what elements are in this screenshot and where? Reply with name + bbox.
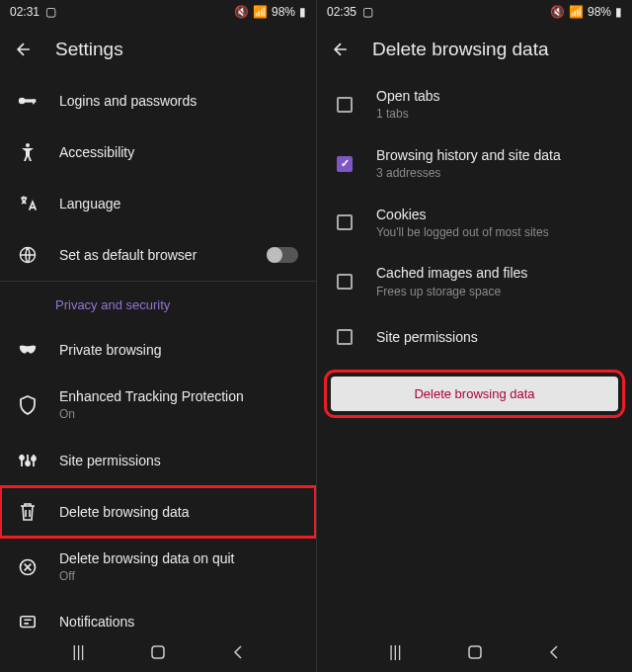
key-icon bbox=[18, 94, 38, 108]
svg-point-0 bbox=[19, 98, 26, 105]
svg-point-7 bbox=[32, 457, 36, 461]
svg-rect-9 bbox=[21, 616, 35, 627]
item-label: Accessibility bbox=[59, 143, 298, 161]
wifi-icon: 📶 bbox=[253, 5, 268, 19]
item-site-permissions[interactable]: Site permissions bbox=[0, 435, 316, 486]
item-label: Delete browsing data bbox=[59, 503, 298, 521]
svg-rect-2 bbox=[33, 99, 35, 104]
item-sub: 1 tabs bbox=[376, 107, 614, 123]
delete-data-screen: 02:35 ▢ 🔇 📶 98% ▮ Delete browsing data O… bbox=[316, 0, 632, 672]
check-open-tabs[interactable]: Open tabs1 tabs bbox=[317, 75, 632, 134]
item-label: Logins and passwords bbox=[59, 92, 298, 110]
status-time: 02:31 bbox=[10, 5, 40, 19]
sliders-icon bbox=[18, 452, 38, 469]
svg-point-3 bbox=[26, 143, 30, 147]
home-key[interactable] bbox=[150, 644, 166, 660]
item-tracking-protection[interactable]: Enhanced Tracking ProtectionOn bbox=[0, 376, 316, 435]
battery-text: 98% bbox=[588, 5, 611, 19]
item-label: Cookies bbox=[376, 206, 614, 223]
back-icon[interactable] bbox=[14, 40, 34, 59]
item-label: Enhanced Tracking Protection bbox=[59, 387, 298, 405]
item-delete-on-quit[interactable]: Delete browsing data on quitOff bbox=[0, 538, 316, 597]
screenshot-icon: ▢ bbox=[45, 5, 56, 19]
check-cookies[interactable]: CookiesYou'll be logged out of most site… bbox=[317, 194, 632, 253]
item-label: Notifications bbox=[59, 613, 298, 630]
item-label: Private browsing bbox=[59, 341, 298, 359]
check-site-permissions[interactable]: Site permissions bbox=[317, 311, 632, 363]
item-label: Browsing history and site data bbox=[376, 146, 614, 164]
item-sub: 3 addresses bbox=[376, 166, 614, 182]
mute-icon: 🔇 bbox=[550, 5, 565, 19]
delete-browsing-data-button[interactable]: Delete browsing data bbox=[331, 377, 618, 411]
bell-icon bbox=[18, 614, 38, 631]
checkbox[interactable] bbox=[337, 274, 353, 290]
globe-icon bbox=[18, 245, 38, 265]
page-title: Settings bbox=[55, 39, 123, 60]
x-circle-icon bbox=[18, 557, 38, 577]
battery-icon: ▮ bbox=[615, 5, 622, 19]
settings-screen: 02:31 ▢ 🔇 📶 98% ▮ Settings Logins and pa… bbox=[0, 0, 316, 672]
header: Settings bbox=[0, 24, 316, 75]
svg-point-5 bbox=[20, 456, 24, 460]
page-title: Delete browsing data bbox=[372, 39, 549, 60]
check-cached[interactable]: Cached images and filesFrees up storage … bbox=[317, 252, 632, 311]
header: Delete browsing data bbox=[317, 24, 632, 75]
item-label: Cached images and files bbox=[376, 264, 614, 282]
item-private-browsing[interactable]: Private browsing bbox=[0, 324, 316, 376]
nav-bar: ||| bbox=[0, 632, 316, 672]
wifi-icon: 📶 bbox=[569, 5, 584, 19]
home-key[interactable] bbox=[467, 644, 483, 660]
toggle-default-browser[interactable] bbox=[267, 247, 298, 263]
mute-icon: 🔇 bbox=[234, 5, 249, 19]
item-sub: Frees up storage space bbox=[376, 285, 614, 300]
item-label: Delete browsing data on quit bbox=[59, 549, 298, 567]
checkbox[interactable] bbox=[337, 214, 353, 230]
svg-rect-11 bbox=[469, 646, 481, 658]
item-language[interactable]: Language bbox=[0, 178, 316, 229]
language-icon bbox=[18, 194, 38, 213]
check-history[interactable]: Browsing history and site data3 addresse… bbox=[317, 134, 632, 194]
item-sub: You'll be logged out of most sites bbox=[376, 225, 614, 241]
item-label: Site permissions bbox=[376, 328, 614, 346]
recents-key[interactable]: ||| bbox=[389, 643, 401, 661]
shield-icon bbox=[18, 395, 38, 415]
section-privacy: Privacy and security bbox=[0, 282, 316, 324]
item-label: Language bbox=[59, 195, 298, 212]
recents-key[interactable]: ||| bbox=[72, 643, 84, 661]
screenshot-icon: ▢ bbox=[362, 5, 373, 19]
trash-icon bbox=[18, 502, 38, 522]
item-delete-browsing-data[interactable]: Delete browsing data bbox=[0, 486, 316, 538]
item-notifications[interactable]: Notifications bbox=[0, 597, 316, 632]
back-key[interactable] bbox=[232, 644, 244, 660]
item-label: Open tabs bbox=[376, 87, 614, 105]
status-time: 02:35 bbox=[327, 5, 356, 19]
svg-rect-10 bbox=[152, 646, 164, 658]
checkbox[interactable] bbox=[337, 329, 353, 345]
item-label: Set as default browser bbox=[59, 246, 245, 264]
mask-icon bbox=[18, 344, 38, 356]
item-accessibility[interactable]: Accessibility bbox=[0, 126, 316, 178]
accessibility-icon bbox=[18, 142, 38, 162]
back-icon[interactable] bbox=[331, 40, 351, 59]
battery-text: 98% bbox=[272, 5, 295, 19]
status-bar: 02:35 ▢ 🔇 📶 98% ▮ bbox=[317, 0, 632, 24]
battery-icon: ▮ bbox=[299, 5, 306, 19]
item-sub: Off bbox=[59, 569, 298, 585]
item-label: Site permissions bbox=[59, 452, 298, 469]
back-key[interactable] bbox=[548, 644, 560, 660]
status-bar: 02:31 ▢ 🔇 📶 98% ▮ bbox=[0, 0, 316, 24]
checkbox[interactable] bbox=[337, 156, 353, 172]
svg-point-6 bbox=[26, 462, 30, 465]
checkbox[interactable] bbox=[337, 97, 353, 113]
item-default-browser[interactable]: Set as default browser bbox=[0, 229, 316, 281]
item-logins[interactable]: Logins and passwords bbox=[0, 75, 316, 126]
item-sub: On bbox=[59, 407, 298, 423]
nav-bar: ||| bbox=[317, 632, 632, 672]
